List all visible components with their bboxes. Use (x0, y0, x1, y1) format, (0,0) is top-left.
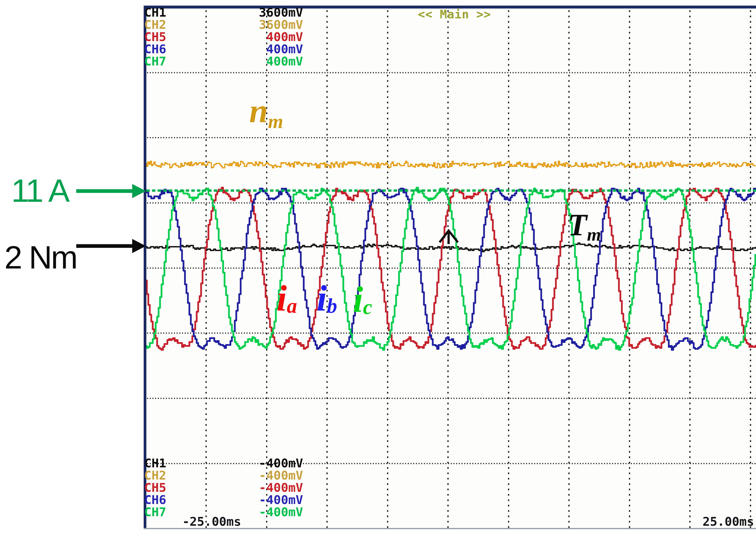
grid-dot (365, 268, 366, 269)
grid-dot (447, 526, 449, 528)
grid-dot (400, 202, 401, 204)
grid-dot (153, 398, 154, 399)
grid-dot (636, 202, 637, 204)
grid-dot (201, 268, 202, 269)
grid-dot (378, 398, 379, 399)
grid-dot (276, 268, 277, 269)
grid-dot (629, 150, 630, 152)
grid-dot (689, 204, 691, 206)
grid-dot (354, 137, 355, 138)
grid-dot (360, 72, 361, 73)
grid-dot (607, 398, 608, 399)
grid-dot (322, 398, 323, 399)
grid-dot (282, 72, 283, 73)
grid-dot (689, 69, 691, 71)
grid-dot (266, 252, 267, 254)
grid-dot (387, 26, 388, 28)
grid-dot (508, 295, 509, 297)
grid-dot (326, 392, 328, 393)
grid-dot (564, 72, 565, 73)
grid-dot (447, 440, 449, 442)
grid-dot (521, 268, 522, 269)
grid-dot (387, 53, 388, 55)
grid-dot (230, 398, 231, 399)
grid-dot (266, 150, 267, 152)
grid-dot (326, 499, 328, 501)
grid-dot (209, 202, 210, 204)
grid-dot (419, 72, 420, 73)
grid-dot (266, 435, 267, 437)
grid-dot (518, 137, 519, 138)
grid-dot (387, 10, 388, 12)
grid-dot (326, 85, 328, 87)
grid-dot (326, 451, 328, 453)
grid-dot (266, 440, 267, 442)
grid-dot (663, 398, 664, 399)
grid-dot (205, 139, 207, 141)
grid-dot (190, 72, 191, 73)
grid-dot (205, 182, 207, 184)
grid-dot (387, 225, 388, 227)
grid-dot (689, 134, 691, 136)
grid-dot (387, 483, 388, 485)
grid-dot (599, 72, 600, 73)
grid-dot (532, 398, 533, 399)
grid-dot (636, 463, 637, 464)
grid-dot (561, 268, 562, 269)
grid-dot (480, 72, 481, 73)
grid-dot (349, 72, 350, 73)
channel-name: CH1 (144, 6, 166, 18)
grid-dot (205, 338, 207, 340)
grid-dot (629, 145, 630, 146)
grid-dot (387, 354, 388, 356)
grid-dot (214, 137, 215, 138)
grid-dot (230, 268, 231, 269)
grid-dot (508, 193, 509, 195)
phase-b-subscript: b (327, 294, 337, 317)
grid-dot (508, 440, 509, 442)
grid-dot (238, 137, 239, 138)
grid-dot (387, 123, 388, 125)
grid-dot (387, 467, 388, 469)
grid-dot (416, 202, 417, 204)
grid-dot (387, 172, 388, 173)
grid-dot (518, 463, 519, 464)
grid-dot (612, 202, 613, 204)
grid-dot (432, 463, 433, 464)
grid-dot (205, 96, 207, 98)
grid-dot (564, 202, 565, 204)
grid-dot (529, 72, 530, 73)
grid-dot (689, 300, 691, 302)
grid-dot (537, 72, 538, 73)
grid-dot (534, 137, 535, 138)
grid-dot (494, 332, 495, 334)
grid-dot (568, 306, 569, 308)
grid-dot (325, 398, 326, 399)
grid-dot (508, 424, 509, 426)
grid-dot (689, 274, 691, 275)
grid-dot (429, 202, 430, 204)
grid-dot (447, 478, 449, 480)
grid-dot (326, 376, 328, 378)
grid-dot (362, 268, 363, 269)
grid-dot (504, 332, 505, 334)
grid-dot (362, 202, 363, 204)
grid-dot (217, 332, 218, 334)
grid-dot (674, 398, 675, 399)
grid-dot (387, 59, 388, 60)
grid-dot (447, 172, 449, 173)
grid-dot (427, 72, 428, 73)
grid-dot (574, 463, 575, 464)
grid-dot (343, 137, 344, 138)
grid-dot (475, 268, 476, 269)
grid-dot (266, 403, 267, 404)
grid-dot (475, 202, 476, 204)
grid-dot (447, 419, 449, 420)
grid-dot (447, 112, 449, 114)
grid-dot (456, 463, 457, 464)
grid-dot (387, 102, 388, 103)
grid-dot (303, 72, 304, 73)
grid-dot (205, 413, 207, 415)
grid-dot (599, 332, 600, 334)
grid-dot (306, 268, 307, 269)
